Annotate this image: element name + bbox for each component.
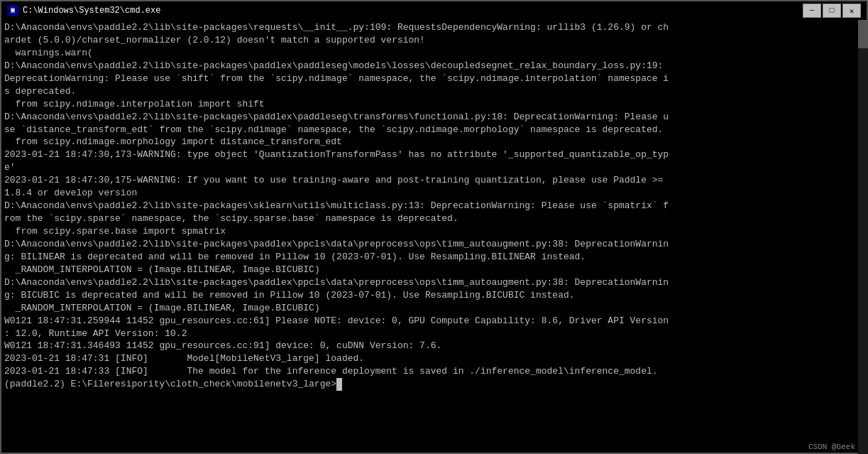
console-line: rom the `scipy.sparse` namespace, the `s…: [4, 212, 864, 225]
console-line: from scipy.ndimage.interpolation import …: [4, 98, 864, 111]
console-line: from scipy.sparse.base import spmatrix: [4, 225, 864, 238]
cursor: [336, 378, 342, 391]
prompt-line: (paddle2.2) E:\Fileresipority\cloth_chec…: [4, 378, 864, 391]
console-line: 1.8.4 or develop version: [4, 187, 864, 200]
console-line: _RANDOM_INTERPOLATION = (Image.BILINEAR,…: [4, 264, 864, 276]
console-line: g: BILINEAR is deprecated and will be re…: [4, 251, 864, 264]
title-bar: ▣ C:\Windows\System32\cmd.exe ─ □ ✕: [0, 0, 868, 20]
console-line: : 12.0, Runtime API Version: 10.2: [4, 328, 864, 340]
window-controls: ─ □ ✕: [803, 4, 861, 18]
console-line: D:\Anaconda\envs\paddle2.2\lib\site-pack…: [4, 111, 864, 124]
maximize-button[interactable]: □: [823, 4, 841, 18]
scrollbar[interactable]: [858, 20, 868, 454]
console-line: D:\Anaconda\envs\paddle2.2\lib\site-pack…: [4, 21, 864, 34]
watermark: CSDN @Geek: [808, 443, 855, 451]
console-line: DeprecationWarning: Please use `shift` f…: [4, 72, 864, 85]
console-line: 2023-01-21 18:47:33 [INFO] The model for…: [4, 365, 864, 378]
console-line: D:\Anaconda\envs\paddle2.2\lib\site-pack…: [4, 200, 864, 212]
console-line: se `distance_transform_edt` from the `sc…: [4, 124, 864, 136]
console-output: D:\Anaconda\envs\paddle2.2\lib\site-pack…: [0, 20, 868, 454]
console-line: from scipy.ndimage.morphology import dis…: [4, 136, 864, 148]
console-line: ardet (5.0.0)/charset_normalizer (2.0.12…: [4, 34, 864, 47]
minimize-button[interactable]: ─: [803, 4, 821, 18]
console-line: W0121 18:47:31.346493 11452 gpu_resource…: [4, 340, 864, 352]
console-line: g: BICUBIC is deprecated and will be rem…: [4, 289, 864, 302]
scrollbar-thumb[interactable]: [858, 20, 868, 48]
window-icon: ▣: [7, 5, 18, 16]
console-line: D:\Anaconda\envs\paddle2.2\lib\site-pack…: [4, 238, 864, 251]
console-line: s deprecated.: [4, 85, 864, 98]
console-line: 2023-01-21 18:47:30,173-WARNING: type ob…: [4, 148, 864, 161]
console-line: warnings.warn(: [4, 47, 864, 60]
close-button[interactable]: ✕: [842, 4, 861, 18]
console-line: _RANDOM_INTERPOLATION = (Image.BILINEAR,…: [4, 302, 864, 315]
console-line: 2023-01-21 18:47:31 [INFO] Model[MobileN…: [4, 352, 864, 365]
console-line: D:\Anaconda\envs\paddle2.2\lib\site-pack…: [4, 60, 864, 72]
console-line: e': [4, 161, 864, 174]
title-bar-text: C:\Windows\System32\cmd.exe: [23, 6, 803, 16]
console-line: D:\Anaconda\envs\paddle2.2\lib\site-pack…: [4, 276, 864, 289]
console-line: 2023-01-21 18:47:30,175-WARNING: If you …: [4, 174, 864, 187]
console-line: W0121 18:47:31.259944 11452 gpu_resource…: [4, 315, 864, 328]
